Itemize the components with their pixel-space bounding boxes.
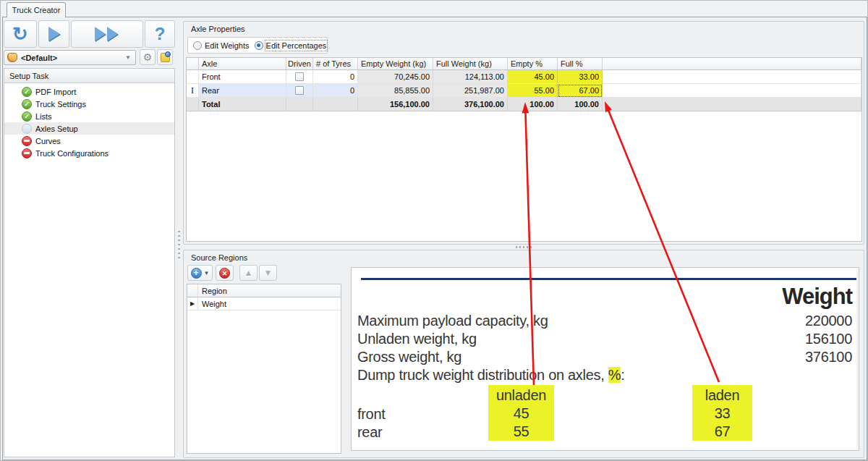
column-header-full-weight[interactable]: Full Weight (kg) bbox=[433, 58, 508, 70]
mask-icon bbox=[7, 53, 17, 62]
delete-icon: ✕ bbox=[219, 268, 230, 279]
column-header-region[interactable]: Region bbox=[198, 284, 341, 297]
column-header-empty-weight[interactable]: Empty Weight (kg) bbox=[358, 58, 433, 70]
setup-task-panel: Setup Task ✓ PDF Import ✓ Truck Settings… bbox=[4, 68, 175, 457]
row-indicator-cell bbox=[187, 70, 199, 84]
cell-axle[interactable]: Front bbox=[199, 70, 286, 84]
task-label: PDF Import bbox=[35, 88, 76, 96]
edit-percentages-radio[interactable]: Edit Percentages bbox=[255, 41, 327, 50]
sidebar-item-curves[interactable]: Curves bbox=[4, 135, 174, 147]
cell-total-empty-pct: 100.00 bbox=[508, 98, 558, 111]
radio-selected-icon bbox=[255, 41, 263, 50]
cell-full-pct[interactable]: 33.00 bbox=[558, 70, 603, 84]
column-header-axle[interactable]: Axle bbox=[199, 58, 286, 70]
splitter-grip bbox=[178, 231, 180, 260]
vertical-splitter[interactable] bbox=[176, 17, 182, 460]
axle-properties-group: Axle Properties Edit Weights Edit Percen… bbox=[183, 21, 864, 245]
document-line: Maximum payload capacity, kg 220000 bbox=[357, 313, 852, 331]
radio-icon bbox=[193, 41, 202, 50]
chevron-down-icon: ▼ bbox=[125, 54, 131, 61]
refresh-button[interactable]: ↻ bbox=[4, 20, 37, 48]
status-done-icon: ✓ bbox=[22, 99, 32, 109]
note-icon bbox=[161, 53, 170, 62]
column-header-driven[interactable]: Driven bbox=[286, 58, 313, 70]
cell-driven[interactable] bbox=[286, 70, 313, 84]
task-label: Axles Setup bbox=[35, 124, 78, 133]
profile-dropdown[interactable]: <Default> ▼ bbox=[4, 50, 136, 65]
cell-full-pct-focused[interactable]: 67.00 bbox=[558, 84, 603, 98]
task-label: Truck Settings bbox=[35, 100, 86, 109]
table-row-weight-region[interactable]: ▶ Weight bbox=[187, 297, 341, 310]
radio-label: Edit Percentages bbox=[266, 41, 327, 50]
cell-empty-pct[interactable]: 45.00 bbox=[508, 70, 558, 84]
cell-total-full-weight: 376,100.00 bbox=[433, 98, 508, 111]
document-line: Gross weight, kg 376100 bbox=[357, 349, 852, 367]
arrow-up-icon: ▲ bbox=[244, 268, 253, 277]
status-blocked-icon bbox=[22, 148, 32, 158]
column-header-empty-pct[interactable]: Empty % bbox=[508, 58, 558, 70]
delete-region-button[interactable]: ✕ bbox=[216, 265, 234, 281]
row-indicator-header bbox=[187, 58, 199, 70]
cell-driven[interactable] bbox=[286, 84, 313, 98]
sidebar-item-axles-setup[interactable]: Axles Setup bbox=[4, 122, 174, 135]
row-indicator-icon: ▶ bbox=[187, 297, 198, 310]
cell-empty-weight: 85,855.00 bbox=[358, 84, 433, 98]
settings-button[interactable]: ⚙ bbox=[140, 49, 156, 65]
status-done-icon: ✓ bbox=[22, 87, 32, 97]
cell-total-label: Total bbox=[199, 98, 286, 111]
checkbox-unchecked-icon[interactable] bbox=[295, 86, 304, 95]
status-current-icon bbox=[22, 124, 32, 134]
document-title: Weight bbox=[782, 284, 852, 310]
row-indicator-cell: I bbox=[187, 84, 199, 98]
play-icon bbox=[48, 27, 60, 41]
table-row-front[interactable]: Front 0 70,245.00 124,113.00 45.00 33.00 bbox=[187, 70, 861, 84]
edit-weights-radio[interactable]: Edit Weights bbox=[193, 41, 250, 50]
chevron-down-icon: ▼ bbox=[204, 270, 210, 276]
task-label: Curves bbox=[35, 137, 61, 145]
source-regions-group: Source Regions + ▼ ✕ ▲ ▼ Region ▶ Weight bbox=[183, 250, 864, 458]
setup-task-header: Setup Task bbox=[4, 69, 174, 83]
status-done-icon: ✓ bbox=[22, 111, 32, 122]
axle-grid-header: Axle Driven # of Tyres Empty Weight (kg)… bbox=[187, 58, 861, 70]
add-region-button[interactable]: + ▼ bbox=[187, 265, 213, 281]
run-all-button[interactable] bbox=[71, 20, 143, 48]
cell-full-weight: 124,113.00 bbox=[433, 70, 508, 84]
unladen-highlight-block: unladen 45 55 bbox=[488, 385, 554, 441]
notes-button[interactable] bbox=[157, 49, 173, 65]
run-button[interactable] bbox=[38, 20, 69, 48]
axle-properties-title: Axle Properties bbox=[191, 25, 245, 33]
sidebar-item-truck-settings[interactable]: ✓ Truck Settings bbox=[4, 98, 174, 110]
cell-empty-pct[interactable]: 55.00 bbox=[508, 84, 558, 98]
app-window: Truck Creator ↻ ? <Default> ▼ ⚙ Setup Ta… bbox=[0, 0, 868, 461]
tab-truck-creator[interactable]: Truck Creator bbox=[7, 2, 66, 17]
move-down-button[interactable]: ▼ bbox=[259, 265, 277, 281]
sidebar-item-pdf-import[interactable]: ✓ PDF Import bbox=[4, 85, 174, 98]
document-rule bbox=[361, 278, 856, 280]
column-header-full-pct[interactable]: Full % bbox=[558, 58, 603, 70]
laden-highlight-block: laden 33 67 bbox=[692, 385, 752, 441]
region-grid-header: Region bbox=[187, 284, 341, 297]
arrow-down-icon: ▼ bbox=[264, 268, 273, 277]
document-distribution-line: Dump truck weight distribution on axles,… bbox=[357, 367, 852, 385]
cell-empty-weight: 70,245.00 bbox=[358, 70, 433, 84]
pdf-preview[interactable]: Weight Maximum payload capacity, kg 2200… bbox=[351, 267, 859, 451]
status-blocked-icon bbox=[22, 136, 32, 146]
move-up-button[interactable]: ▲ bbox=[239, 265, 258, 281]
gear-icon: ⚙ bbox=[143, 52, 153, 62]
sidebar-item-lists[interactable]: ✓ Lists bbox=[4, 110, 174, 122]
cell-tyres[interactable]: 0 bbox=[313, 70, 358, 84]
tab-strip: Truck Creator bbox=[1, 1, 868, 17]
task-label: Truck Configurations bbox=[35, 149, 109, 158]
table-row-rear[interactable]: I Rear 0 85,855.00 251,987.00 55.00 67.0… bbox=[187, 84, 861, 98]
cell-tyres[interactable]: 0 bbox=[313, 84, 358, 98]
help-button[interactable]: ? bbox=[145, 20, 175, 48]
cell-axle[interactable]: Rear bbox=[199, 84, 286, 98]
document-line: Unladen weight, kg 156100 bbox=[357, 331, 852, 349]
cell-total-empty-weight: 156,100.00 bbox=[358, 98, 433, 111]
cell-region-name[interactable]: Weight bbox=[198, 297, 341, 310]
column-header-filler bbox=[603, 58, 861, 70]
horizontal-splitter[interactable] bbox=[183, 245, 864, 250]
column-header-tyres[interactable]: # of Tyres bbox=[313, 58, 358, 70]
checkbox-unchecked-icon[interactable] bbox=[295, 72, 304, 81]
sidebar-item-truck-configurations[interactable]: Truck Configurations bbox=[4, 147, 174, 159]
